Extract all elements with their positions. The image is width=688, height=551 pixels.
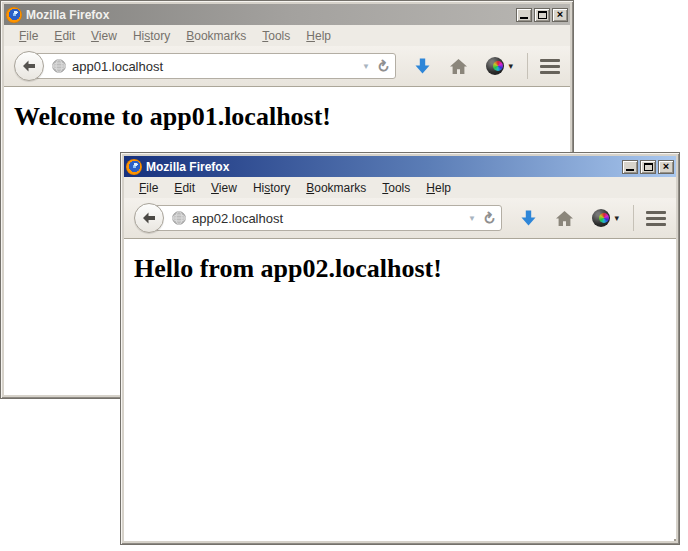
maximize-icon [538, 11, 547, 19]
globe-icon [52, 59, 66, 73]
search-engine-icon [592, 209, 610, 227]
desktop: Mozilla Firefox × File Edit View History… [0, 0, 688, 551]
download-icon [414, 57, 431, 75]
toolbar-separator [527, 53, 528, 79]
menu-tools[interactable]: Tools [374, 179, 418, 197]
back-button[interactable] [134, 203, 164, 233]
window-title: Mozilla Firefox [146, 160, 229, 174]
menu-help[interactable]: Help [418, 179, 459, 197]
firefox-icon [126, 159, 142, 175]
navigation-toolbar: app02.localhost ▼ ↻ ▾ [124, 198, 676, 239]
home-button[interactable] [449, 58, 468, 75]
window-title: Mozilla Firefox [26, 8, 109, 22]
urlbar-dropdown-icon[interactable]: ▼ [362, 62, 370, 71]
toolbar-separator [633, 205, 634, 231]
maximize-icon [644, 163, 653, 171]
titlebar[interactable]: Mozilla Firefox × [124, 156, 676, 177]
resize-grip[interactable] [670, 535, 672, 537]
menu-edit[interactable]: Edit [166, 179, 203, 197]
search-engine-button[interactable]: ▾ [486, 57, 513, 75]
urlbar-dropdown-icon[interactable]: ▼ [468, 214, 476, 223]
titlebar[interactable]: Mozilla Firefox × [4, 4, 570, 25]
reload-button[interactable]: ↻ [480, 208, 499, 228]
menu-bookmarks[interactable]: Bookmarks [178, 27, 254, 45]
minimize-icon [520, 17, 528, 19]
page-content: Hello from app02.localhost! [124, 239, 676, 541]
back-arrow-icon [141, 210, 157, 226]
reload-button[interactable]: ↻ [374, 56, 393, 76]
maximize-button[interactable] [534, 8, 550, 22]
url-bar[interactable]: app02.localhost ▼ ↻ [149, 205, 502, 231]
open-menu-button[interactable] [646, 209, 666, 227]
minimize-button[interactable] [622, 160, 638, 174]
back-button[interactable] [14, 51, 44, 81]
url-bar[interactable]: app01.localhost ▼ ↻ [29, 53, 396, 79]
hamburger-icon [540, 59, 560, 62]
menu-history[interactable]: History [125, 27, 178, 45]
download-icon [520, 209, 537, 227]
download-button[interactable] [414, 57, 431, 75]
page-heading: Welcome to app01.localhost! [4, 102, 570, 132]
search-engine-icon [486, 57, 504, 75]
menu-file[interactable]: File [131, 179, 166, 197]
url-text[interactable]: app02.localhost [192, 211, 464, 226]
firefox-icon [6, 7, 22, 23]
home-icon [555, 210, 574, 227]
url-text[interactable]: app01.localhost [72, 59, 358, 74]
menu-bookmarks[interactable]: Bookmarks [298, 179, 374, 197]
browser-window-app02: Mozilla Firefox × File Edit View History… [120, 152, 680, 545]
home-button[interactable] [555, 210, 574, 227]
menu-tools[interactable]: Tools [254, 27, 298, 45]
open-menu-button[interactable] [540, 57, 560, 75]
minimize-icon [626, 169, 634, 171]
page-heading: Hello from app02.localhost! [124, 254, 676, 284]
back-arrow-icon [21, 58, 37, 74]
navigation-toolbar: app01.localhost ▼ ↻ ▾ [4, 46, 570, 87]
menu-history[interactable]: History [245, 179, 298, 197]
menu-help[interactable]: Help [298, 27, 339, 45]
window-controls: × [514, 8, 568, 22]
menu-view[interactable]: View [83, 27, 125, 45]
menu-bar: File Edit View History Bookmarks Tools H… [124, 177, 676, 198]
minimize-button[interactable] [516, 8, 532, 22]
menu-view[interactable]: View [203, 179, 245, 197]
menu-edit[interactable]: Edit [46, 27, 83, 45]
menu-bar: File Edit View History Bookmarks Tools H… [4, 25, 570, 46]
search-engine-button[interactable]: ▾ [592, 209, 619, 227]
search-dropdown-icon[interactable]: ▾ [508, 61, 513, 71]
globe-icon [172, 211, 186, 225]
home-icon [449, 58, 468, 75]
window-controls: × [620, 160, 674, 174]
menu-file[interactable]: File [11, 27, 46, 45]
hamburger-icon [646, 211, 666, 214]
download-button[interactable] [520, 209, 537, 227]
maximize-button[interactable] [640, 160, 656, 174]
close-button[interactable]: × [658, 160, 674, 174]
close-button[interactable]: × [552, 8, 568, 22]
search-dropdown-icon[interactable]: ▾ [614, 213, 619, 223]
